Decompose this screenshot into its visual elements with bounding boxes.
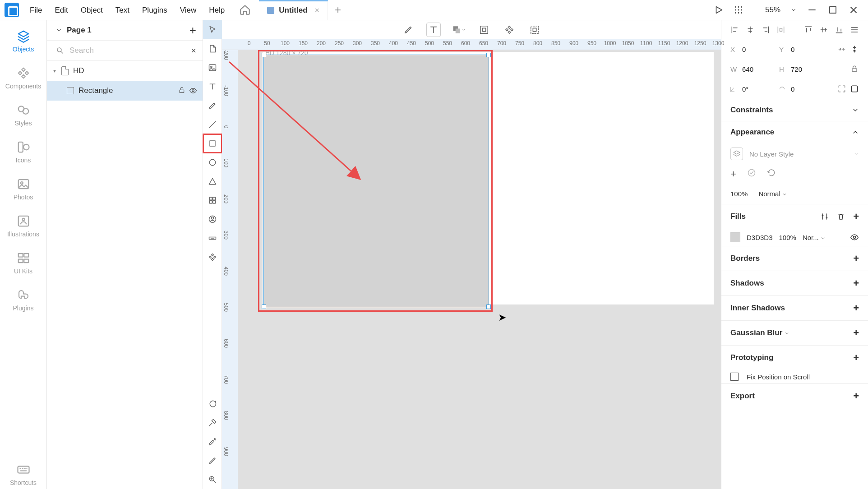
rail-icons[interactable]: Icons: [0, 138, 46, 166]
page-row[interactable]: Page 1 +: [47, 20, 203, 40]
fill-swatch[interactable]: [730, 232, 740, 242]
rail-styles[interactable]: Styles: [0, 101, 46, 129]
tool-grid[interactable]: [203, 191, 222, 210]
tool-button[interactable]: [203, 229, 222, 248]
rail-photos[interactable]: Photos: [0, 175, 46, 203]
tool-component-instance[interactable]: [203, 248, 222, 267]
add-shadow-button[interactable]: +: [853, 277, 859, 289]
tool-pencil[interactable]: [203, 451, 222, 470]
ct-mask-button[interactable]: [477, 23, 491, 37]
add-page-button[interactable]: +: [189, 23, 196, 37]
clip-content-icon[interactable]: [850, 84, 859, 93]
tool-text[interactable]: [203, 77, 222, 96]
fill-opacity[interactable]: 100%: [779, 234, 796, 241]
document-tab-close-icon[interactable]: ×: [315, 6, 320, 15]
distribute-h-icon[interactable]: [776, 25, 785, 34]
layer-style-row[interactable]: No Layer Style: [721, 143, 868, 165]
document-tab[interactable]: Untitled ×: [259, 0, 328, 20]
fill-settings-icon[interactable]: [821, 212, 829, 221]
shadows-section[interactable]: Shadows +: [721, 271, 868, 295]
menu-help[interactable]: Help: [203, 0, 231, 20]
tool-zoom[interactable]: [203, 470, 222, 489]
align-left-icon[interactable]: [730, 25, 739, 34]
tool-line[interactable]: [203, 115, 222, 134]
add-export-button[interactable]: +: [853, 390, 859, 402]
ct-edit-button[interactable]: [401, 23, 416, 37]
constraints-section[interactable]: Constraints: [721, 99, 868, 121]
rail-objects[interactable]: Objects: [0, 27, 46, 55]
rail-components[interactable]: Components: [0, 64, 46, 92]
tool-artboard[interactable]: [203, 39, 222, 58]
unlock-icon[interactable]: [178, 87, 185, 94]
tool-ellipse[interactable]: [203, 153, 222, 172]
layer-frame-hd[interactable]: ▾ HD: [47, 61, 203, 81]
fill-blend[interactable]: Nor...: [803, 234, 825, 241]
rail-plugins[interactable]: Plugins: [0, 286, 46, 314]
tool-select[interactable]: [203, 20, 222, 39]
x-value[interactable]: 0: [742, 46, 776, 53]
menu-view[interactable]: View: [174, 0, 203, 20]
tool-image[interactable]: [203, 58, 222, 77]
align-center-v-icon[interactable]: [819, 25, 828, 34]
fix-position-row[interactable]: Fix Position on Scroll: [721, 370, 868, 383]
menu-plugins[interactable]: Plugins: [136, 0, 174, 20]
menu-object[interactable]: Object: [74, 0, 109, 20]
selected-rectangle[interactable]: [263, 55, 489, 307]
add-tab-button[interactable]: +: [328, 4, 348, 16]
zoom-level[interactable]: 55%: [753, 5, 780, 14]
resize-handle-tr[interactable]: [486, 53, 491, 57]
layer-rectangle[interactable]: Rectangle: [47, 81, 203, 101]
ct-boolean-button[interactable]: [452, 23, 466, 37]
tool-comment[interactable]: [203, 394, 222, 413]
inner-shadows-section[interactable]: Inner Shadows +: [721, 296, 868, 320]
menu-edit[interactable]: Edit: [48, 0, 74, 20]
home-icon[interactable]: [239, 4, 251, 16]
add-style-button[interactable]: +: [730, 168, 736, 180]
appearance-section[interactable]: Appearance: [721, 121, 868, 143]
tool-pen[interactable]: [203, 96, 222, 115]
tool-rectangle[interactable]: [203, 134, 222, 153]
horizontal-ruler[interactable]: 0501001502002503003504004505005506006507…: [222, 39, 721, 50]
add-inner-shadow-button[interactable]: +: [853, 302, 859, 314]
resize-handle-br[interactable]: [486, 304, 491, 309]
app-logo-icon[interactable]: [5, 3, 19, 17]
fill-hex[interactable]: D3D3D3: [747, 234, 773, 241]
corner-value[interactable]: 0: [791, 85, 824, 93]
menu-file[interactable]: File: [23, 0, 48, 20]
add-fill-button[interactable]: +: [853, 211, 859, 222]
align-bottom-icon[interactable]: [835, 25, 844, 34]
gaussian-blur-section[interactable]: Gaussian Blur +: [721, 321, 868, 345]
tool-avatar[interactable]: [203, 210, 222, 229]
flip-h-icon[interactable]: [837, 45, 846, 54]
zoom-chevron-down-icon[interactable]: [790, 7, 797, 13]
ct-component-button[interactable]: [502, 23, 517, 37]
export-section[interactable]: Export +: [721, 384, 868, 409]
align-top-icon[interactable]: [804, 25, 813, 34]
resize-handle-tl[interactable]: [262, 53, 266, 57]
opacity-value[interactable]: 100%: [730, 190, 748, 198]
fill-visibility-icon[interactable]: [850, 233, 859, 242]
add-prototype-button[interactable]: +: [853, 352, 859, 364]
reset-style-icon[interactable]: [767, 168, 776, 177]
tool-eyedropper[interactable]: [203, 432, 222, 451]
add-blur-button[interactable]: +: [853, 327, 859, 339]
rail-illustrations[interactable]: Illustrations: [0, 212, 46, 240]
ct-text-button[interactable]: [426, 23, 441, 37]
borders-section[interactable]: Borders +: [721, 246, 868, 271]
lock-aspect-icon[interactable]: [850, 65, 859, 74]
apply-style-icon[interactable]: [747, 168, 756, 177]
h-value[interactable]: 720: [791, 65, 824, 73]
w-value[interactable]: 640: [742, 65, 776, 73]
tool-triangle[interactable]: [203, 172, 222, 191]
resize-handle-bl[interactable]: [262, 304, 266, 309]
canvas[interactable]: HD 1280 × 720 ➤: [238, 50, 721, 489]
menu-text[interactable]: Text: [109, 0, 136, 20]
ct-autolayout-button[interactable]: [527, 23, 542, 37]
fix-position-checkbox[interactable]: [730, 373, 739, 381]
add-border-button[interactable]: +: [853, 253, 859, 264]
visibility-icon[interactable]: [189, 87, 197, 95]
flip-v-icon[interactable]: [850, 45, 859, 54]
clear-search-icon[interactable]: ×: [191, 46, 196, 56]
y-value[interactable]: 0: [791, 46, 824, 53]
align-center-h-icon[interactable]: [746, 25, 755, 34]
